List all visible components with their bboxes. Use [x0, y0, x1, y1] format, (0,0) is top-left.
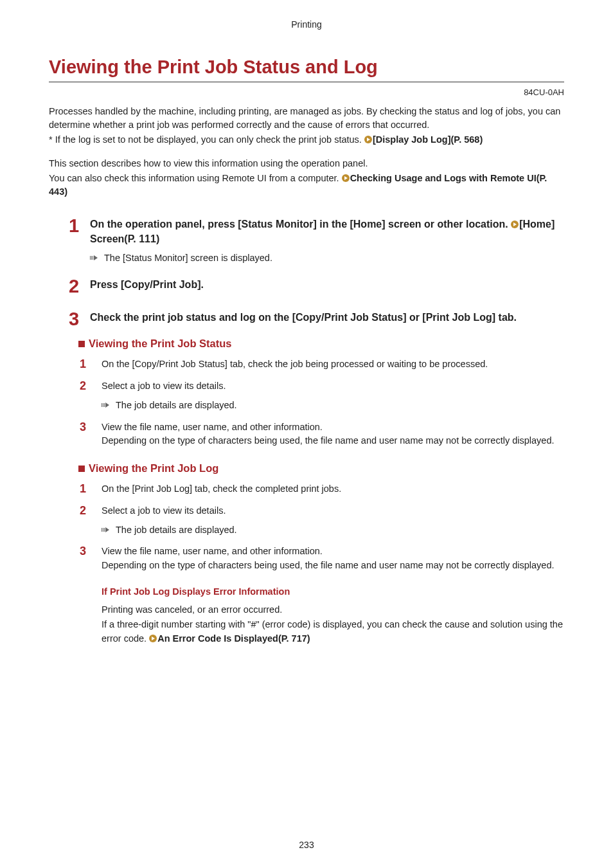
step-1-text: On the operation panel, press [Status Mo…	[90, 219, 511, 230]
display-job-log-link[interactable]: [Display Job Log](P. 568)	[373, 134, 483, 145]
substep-number: 2	[78, 504, 87, 538]
square-bullet-icon	[78, 341, 85, 347]
intro-block: Processes handled by the machine, includ…	[49, 105, 564, 199]
result-arrow-icon	[90, 255, 100, 260]
substep-result: The job details are displayed.	[102, 399, 564, 413]
substep-number: 1	[78, 357, 87, 372]
section-header: Printing	[49, 19, 564, 30]
error-title: If Print Job Log Displays Error Informat…	[102, 584, 564, 599]
doc-code: 84CU-0AH	[49, 87, 564, 97]
step-heading: Check the print job status and log on th…	[90, 310, 564, 325]
substep-text: On the [Copy/Print Job Status] tab, chec…	[102, 357, 564, 372]
substep-text: On the [Print Job Log] tab, check the co…	[102, 482, 564, 496]
play-link-icon	[342, 174, 350, 182]
intro-p3: This section describes how to view this …	[49, 157, 564, 170]
substep-result-text: The job details are displayed.	[116, 525, 237, 535]
substep-number: 3	[78, 545, 87, 573]
error-p1: Printing was canceled, or an error occur…	[102, 602, 564, 617]
intro-p2-text: * If the log is set to not be displayed,…	[49, 134, 364, 145]
substep-text: View the file name, user name, and other…	[102, 545, 564, 573]
step-heading: Press [Copy/Print Job].	[90, 277, 564, 292]
intro-p4: You can also check this information usin…	[49, 172, 564, 199]
substep-number: 3	[78, 420, 87, 449]
sub-step: 3 View the file name, user name, and oth…	[78, 420, 564, 449]
substep-text: View the file name, user name, and other…	[102, 420, 564, 449]
intro-p1: Processes handled by the machine, includ…	[49, 105, 564, 132]
step-3: 3 Check the print job status and log on …	[67, 310, 564, 329]
play-link-icon	[149, 635, 157, 642]
step-1-result-text: The [Status Monitor] screen is displayed…	[104, 253, 272, 263]
step-2: 2 Press [Copy/Print Job].	[67, 277, 564, 296]
subsection-title: Viewing the Print Job Log	[89, 462, 218, 475]
error-info-block: If Print Job Log Displays Error Informat…	[78, 584, 564, 646]
step-number: 3	[67, 310, 81, 329]
error-p2: If a three-digit number starting with "#…	[102, 617, 564, 646]
step-1: 1 On the operation panel, press [Status …	[67, 217, 564, 263]
play-link-icon	[364, 136, 372, 143]
sub-step: 1 On the [Print Job Log] tab, check the …	[78, 482, 564, 496]
substep-number: 1	[78, 482, 87, 496]
play-link-icon	[511, 221, 519, 228]
step-number: 1	[67, 217, 81, 263]
intro-p4-text: You can also check this information usin…	[49, 173, 342, 183]
sub-step: 2 Select a job to view its details. The …	[78, 504, 564, 538]
main-steps: 1 On the operation panel, press [Status …	[49, 217, 564, 329]
step-heading: On the operation panel, press [Status Mo…	[90, 217, 564, 246]
subsection-heading-log: Viewing the Print Job Log	[78, 462, 564, 475]
sub-step: 2 Select a job to view its details. The …	[78, 379, 564, 413]
page-number: 233	[0, 840, 613, 850]
substep-text: Select a job to view its details.	[102, 504, 564, 518]
error-code-link[interactable]: An Error Code Is Displayed(P. 717)	[157, 633, 310, 644]
sub-step: 3 View the file name, user name, and oth…	[78, 545, 564, 573]
substep-text: Select a job to view its details.	[102, 379, 564, 393]
result-arrow-icon	[102, 402, 112, 408]
result-arrow-icon	[102, 527, 112, 532]
step-1-result: The [Status Monitor] screen is displayed…	[90, 253, 564, 263]
substep-result-text: The job details are displayed.	[116, 400, 237, 410]
subsection-heading-status: Viewing the Print Job Status	[78, 338, 564, 350]
substep-result: The job details are displayed.	[102, 523, 564, 538]
page-title: Viewing the Print Job Status and Log	[49, 57, 564, 82]
intro-p2: * If the log is set to not be displayed,…	[49, 133, 564, 147]
sub-step: 1 On the [Copy/Print Job Status] tab, ch…	[78, 357, 564, 372]
square-bullet-icon	[78, 466, 85, 472]
substep-number: 2	[78, 379, 87, 413]
step-number: 2	[67, 277, 81, 296]
subsection-title: Viewing the Print Job Status	[89, 338, 231, 350]
